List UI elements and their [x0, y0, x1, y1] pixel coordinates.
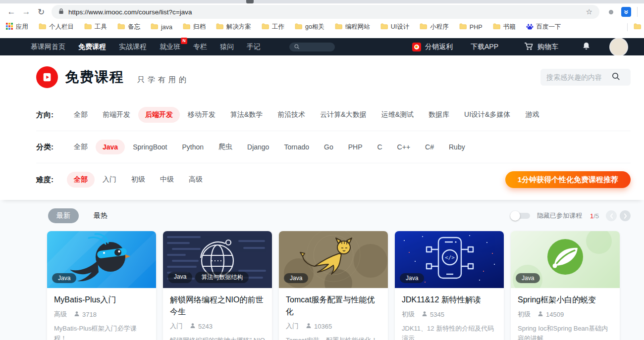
recommend-button[interactable]: 1分钟获得个性化免费课程推荐: [505, 171, 631, 188]
next-page-button[interactable]: [620, 210, 631, 221]
extension-icon-circle[interactable]: [609, 10, 613, 14]
filter-option[interactable]: Django: [240, 140, 276, 154]
cover-tags: Java: [400, 273, 424, 283]
bookmark-folder[interactable]: UI设计: [380, 23, 410, 31]
bookmark-folder[interactable]: 解决方案: [216, 23, 251, 31]
rebate-link[interactable]: 分销返利: [412, 43, 453, 51]
nav-item-columns[interactable]: 专栏: [193, 43, 207, 51]
filter-option-active[interactable]: 全部: [67, 172, 95, 188]
course-students: 5243: [198, 323, 213, 330]
filter-option[interactable]: UI设计&多媒体: [457, 107, 517, 123]
course-card[interactable]: Java 算法与数据结构 解锁网络编程之NIO的前世今生 入门 5243 解锁网…: [163, 231, 272, 340]
bookmark-star-icon[interactable]: ☆: [586, 7, 592, 16]
apps-grid-icon: [6, 23, 13, 31]
course-level: 高级: [54, 310, 67, 319]
filter-option[interactable]: 爬虫: [212, 139, 239, 155]
filter-option[interactable]: SpringBoot: [126, 140, 174, 154]
filter-option[interactable]: 全部: [67, 139, 95, 155]
bookmark-folder[interactable]: 编程网站: [335, 23, 370, 31]
bookmark-folder-overflow[interactable]: [634, 23, 641, 31]
course-card[interactable]: Java MyBatis-Plus入门 高级 3718 MyBatis-Plus…: [47, 231, 156, 340]
apps-shortcut[interactable]: 应用: [6, 23, 28, 31]
filter-option[interactable]: Python: [175, 140, 211, 154]
filter-option[interactable]: 移动开发: [181, 107, 222, 123]
sort-tab-newest[interactable]: 最新: [48, 208, 79, 223]
filter-row-level: 难度: 全部 入门 初级 中级 高级 1分钟获得个性化免费课程推荐: [36, 163, 631, 196]
nav-item-practical-courses[interactable]: 实战课程: [119, 43, 147, 51]
filter-option[interactable]: Tornado: [277, 140, 316, 154]
filter-option[interactable]: 高级: [182, 172, 210, 188]
folder-icon: [216, 23, 223, 31]
filter-option[interactable]: Go: [317, 140, 340, 154]
filter-option[interactable]: 入门: [96, 172, 123, 188]
course-title[interactable]: MyBatis-Plus入门: [54, 294, 149, 306]
navbar-search-input[interactable]: [289, 43, 335, 51]
course-cover-spring: Java: [511, 231, 620, 288]
download-app-link[interactable]: 下载APP: [471, 43, 498, 51]
course-description: Spring Ioc和Spring Bean基础内容的讲解: [518, 324, 613, 340]
filter-row-direction: 方向: 全部 前端开发 后端开发 移动开发 算法&数学 前沿技术 云计算&大数据…: [36, 99, 631, 131]
filter-option[interactable]: 初级: [124, 172, 152, 188]
bookmark-label: 备忘: [128, 23, 140, 31]
user-avatar[interactable]: [610, 39, 627, 55]
filter-option[interactable]: 游戏: [518, 107, 546, 123]
course-title[interactable]: JDK11&12 新特性解读: [402, 294, 497, 306]
forward-button[interactable]: →: [19, 7, 34, 17]
nav-item-qa[interactable]: 猿问: [220, 43, 234, 51]
bookmark-folder[interactable]: PHP: [459, 23, 483, 31]
nav-item-notes[interactable]: 手记: [247, 43, 261, 51]
bookmark-folder[interactable]: go相关: [295, 23, 324, 31]
bookmark-folder[interactable]: 备忘: [117, 23, 140, 31]
nav-item-free-courses[interactable]: 免费课程: [78, 43, 106, 51]
nav-item-job-class[interactable]: 就业班N: [160, 43, 180, 51]
bookmark-folder[interactable]: 书籍: [493, 23, 516, 31]
course-meta: 高级 3718: [54, 310, 149, 319]
filter-option[interactable]: 运维&测试: [375, 107, 421, 123]
extension-icon-download[interactable]: [621, 7, 631, 17]
bookmark-baidu[interactable]: 百度一下: [526, 23, 561, 32]
course-students: 14509: [546, 311, 564, 318]
rebate-icon: [412, 43, 421, 51]
filter-option[interactable]: 云计算&大数据: [313, 107, 373, 123]
course-card[interactable]: </> Java JDK11&12 新特性解读 初级 5345 JDK11、12…: [395, 231, 504, 340]
bookmark-folder[interactable]: 个人栏目: [39, 23, 74, 31]
course-card[interactable]: Java Spring框架小白的蜕变 初级 14509 Spring Ioc和S…: [511, 231, 620, 340]
filter-option[interactable]: C#: [418, 140, 441, 154]
course-card-body: Tomcat服务配置与性能优化 入门 10365 Tomcat安装、配置与性能优…: [279, 288, 388, 340]
sort-tab-hottest[interactable]: 最热: [94, 211, 107, 220]
bookmark-folder[interactable]: 工作: [262, 23, 284, 31]
filter-option[interactable]: C++: [390, 140, 417, 154]
filter-option[interactable]: 前沿技术: [270, 107, 312, 123]
course-title[interactable]: Tomcat服务配置与性能优化: [286, 294, 381, 318]
nav-item-home[interactable]: 慕课网首页: [31, 43, 65, 51]
filter-option[interactable]: 全部: [67, 107, 95, 123]
notifications-button[interactable]: [582, 42, 590, 52]
filter-option[interactable]: 算法&数学: [223, 107, 269, 123]
hide-joined-toggle[interactable]: [512, 213, 530, 219]
filter-option-active[interactable]: 后端开发: [138, 107, 180, 123]
bookmark-folder[interactable]: java: [151, 23, 172, 31]
reload-button[interactable]: ↻: [34, 7, 49, 17]
course-title[interactable]: 解锁网络编程之NIO的前世今生: [170, 294, 265, 318]
filter-option[interactable]: PHP: [341, 140, 370, 154]
cart-link[interactable]: 购物车: [524, 42, 558, 52]
url-bar[interactable]: https://www.imooc.com/course/list?c=java…: [52, 5, 599, 19]
filter-option[interactable]: 中级: [153, 172, 181, 188]
bookmark-label: 书籍: [503, 23, 516, 31]
prev-page-button[interactable]: [606, 210, 617, 221]
filter-option[interactable]: 前端开发: [96, 107, 137, 123]
filter-option[interactable]: Ruby: [442, 140, 472, 154]
course-card[interactable]: Java Tomcat服务配置与性能优化 入门 10365 Tomcat安装、配…: [279, 231, 388, 340]
filter-option[interactable]: C: [370, 140, 389, 154]
folder-icon: [459, 23, 467, 31]
course-title[interactable]: Spring框架小白的蜕变: [518, 294, 613, 306]
bookmark-folder[interactable]: 归档: [183, 23, 206, 31]
bookmark-folder[interactable]: 小程序: [420, 23, 449, 31]
bookmark-folder[interactable]: 工具: [84, 23, 107, 31]
url-text[interactable]: https://www.imooc.com/course/list?c=java: [68, 8, 192, 16]
back-button[interactable]: ←: [4, 7, 19, 17]
search-icon[interactable]: [612, 72, 620, 83]
filter-option[interactable]: 数据库: [422, 107, 456, 123]
filter-option-active[interactable]: Java: [96, 140, 125, 154]
page-search-input[interactable]: [546, 73, 612, 81]
